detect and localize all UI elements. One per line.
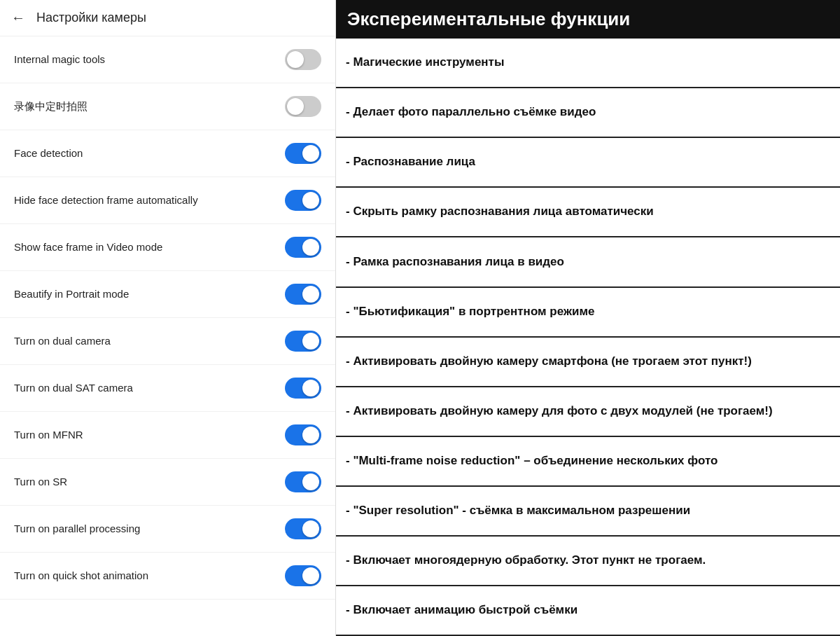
page-title: Настройки камеры bbox=[36, 11, 146, 25]
right-row-10: - Включает многоядерную обработку. Этот … bbox=[336, 537, 840, 586]
right-row-4: - Рамка распознавания лица в видео bbox=[336, 237, 840, 287]
setting-label-dual-camera: Turn on dual camera bbox=[14, 334, 111, 348]
settings-list: Internal magic tools录像中定时拍照Face detectio… bbox=[0, 36, 335, 636]
toggle-face-detection[interactable] bbox=[285, 143, 321, 164]
toggle-quick-shot[interactable] bbox=[285, 565, 321, 586]
setting-label-hide-face-frame: Hide face detection frame automatically bbox=[14, 193, 198, 207]
right-row-text-1: - Делает фото параллельно съёмке видео bbox=[346, 104, 596, 120]
toggle-sr[interactable] bbox=[285, 471, 321, 492]
right-header-title: Экспереиментальные функции bbox=[347, 8, 630, 30]
setting-label-dual-sat-camera: Turn on dual SAT camera bbox=[14, 381, 133, 395]
setting-label-mfnr: Turn on MFNR bbox=[14, 428, 83, 442]
setting-row-timed-photo: 录像中定时拍照 bbox=[0, 83, 335, 130]
right-row-text-9: - "Super resolution" - съёмка в максимал… bbox=[346, 503, 690, 519]
right-row-text-2: - Распознавание лица bbox=[346, 154, 475, 170]
setting-label-quick-shot: Turn on quick shot animation bbox=[14, 569, 148, 583]
right-row-text-0: - Магические инструменты bbox=[346, 55, 504, 71]
right-row-7: - Активировать двойную камеру для фото с… bbox=[336, 387, 840, 437]
toggle-dual-sat-camera[interactable] bbox=[285, 378, 321, 399]
right-row-9: - "Super resolution" - съёмка в максимал… bbox=[336, 487, 840, 537]
right-row-text-7: - Активировать двойную камеру для фото с… bbox=[346, 403, 773, 420]
setting-row-hide-face-frame: Hide face detection frame automatically bbox=[0, 177, 335, 224]
right-row-11: - Включает анимацию быстрой съёмки bbox=[336, 586, 840, 636]
setting-row-dual-sat-camera: Turn on dual SAT camera bbox=[0, 365, 335, 412]
setting-label-timed-photo: 录像中定时拍照 bbox=[14, 99, 88, 113]
toggle-show-face-video[interactable] bbox=[285, 237, 321, 258]
setting-label-beautify-portrait: Beautify in Portrait mode bbox=[14, 287, 129, 301]
toggle-mfnr[interactable] bbox=[285, 424, 321, 445]
setting-row-quick-shot: Turn on quick shot animation bbox=[0, 553, 335, 600]
toggle-parallel-processing[interactable] bbox=[285, 518, 321, 539]
setting-row-internal-magic-tools: Internal magic tools bbox=[0, 36, 335, 83]
toggle-internal-magic-tools[interactable] bbox=[285, 49, 321, 70]
setting-label-face-detection: Face detection bbox=[14, 146, 83, 160]
right-row-3: - Скрыть рамку распознавания лица автома… bbox=[336, 188, 840, 237]
right-row-8: - "Multi-frame noise reduction" – объеди… bbox=[336, 437, 840, 487]
setting-row-face-detection: Face detection bbox=[0, 130, 335, 177]
right-row-2: - Распознавание лица bbox=[336, 138, 840, 188]
right-row-text-11: - Включает анимацию быстрой съёмки bbox=[346, 602, 578, 618]
right-row-text-4: - Рамка распознавания лица в видео bbox=[346, 254, 564, 270]
right-row-0: - Магические инструменты bbox=[336, 39, 840, 88]
setting-row-parallel-processing: Turn on parallel processing bbox=[0, 506, 335, 553]
toggle-dual-camera[interactable] bbox=[285, 331, 321, 352]
settings-header: ← Настройки камеры bbox=[0, 0, 335, 36]
right-rows: - Магические инструменты- Делает фото па… bbox=[336, 39, 840, 636]
right-row-6: - Активировать двойную камеру смартфона … bbox=[336, 338, 840, 387]
right-row-text-8: - "Multi-frame noise reduction" – объеди… bbox=[346, 453, 718, 469]
right-row-5: - "Бьютификация" в портрентном режиме bbox=[336, 288, 840, 338]
right-row-text-6: - Активировать двойную камеру смартфона … bbox=[346, 354, 752, 370]
right-row-text-10: - Включает многоядерную обработку. Этот … bbox=[346, 553, 706, 569]
back-button[interactable]: ← bbox=[11, 10, 25, 26]
setting-row-dual-camera: Turn on dual camera bbox=[0, 318, 335, 365]
setting-row-beautify-portrait: Beautify in Portrait mode bbox=[0, 271, 335, 318]
right-panel: Экспереиментальные функции - Магические … bbox=[336, 0, 840, 636]
setting-label-sr: Turn on SR bbox=[14, 475, 67, 489]
setting-label-internal-magic-tools: Internal magic tools bbox=[14, 53, 105, 67]
toggle-timed-photo[interactable] bbox=[285, 96, 321, 117]
setting-row-mfnr: Turn on MFNR bbox=[0, 412, 335, 459]
setting-row-sr: Turn on SR bbox=[0, 459, 335, 506]
setting-row-show-face-video: Show face frame in Video mode bbox=[0, 224, 335, 271]
toggle-hide-face-frame[interactable] bbox=[285, 190, 321, 211]
toggle-beautify-portrait[interactable] bbox=[285, 284, 321, 305]
left-panel: ← Настройки камеры Internal magic tools录… bbox=[0, 0, 336, 636]
right-row-1: - Делает фото параллельно съёмке видео bbox=[336, 88, 840, 138]
right-row-text-3: - Скрыть рамку распознавания лица автома… bbox=[346, 204, 654, 220]
setting-label-show-face-video: Show face frame in Video mode bbox=[14, 240, 162, 254]
right-header: Экспереиментальные функции bbox=[336, 0, 840, 39]
setting-label-parallel-processing: Turn on parallel processing bbox=[14, 522, 140, 536]
right-row-text-5: - "Бьютификация" в портрентном режиме bbox=[346, 304, 595, 320]
